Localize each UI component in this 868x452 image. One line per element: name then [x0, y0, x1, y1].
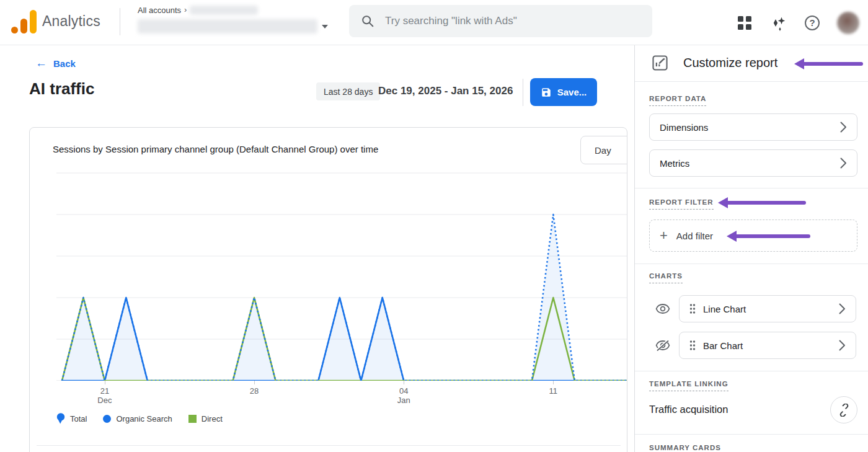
granularity-dropdown[interactable]: Day: [580, 136, 627, 164]
back-arrow-icon: ←: [35, 56, 47, 70]
organic-search-marker-icon: [103, 415, 111, 423]
panel-title: Customize report: [683, 56, 777, 70]
card-section-divider: [37, 445, 621, 446]
section-label-report-data[interactable]: REPORT DATA: [649, 95, 706, 106]
x-tick-label: 28: [236, 386, 273, 396]
chevron-right-icon: [839, 340, 846, 351]
x-tick-label: 21Dec: [86, 386, 123, 405]
plus-icon: +: [660, 229, 668, 242]
section-label-charts[interactable]: CHARTS: [649, 272, 683, 283]
metrics-label: Metrics: [660, 158, 689, 169]
dimensions-row[interactable]: Dimensions: [649, 113, 857, 141]
header-divider: [120, 8, 120, 35]
x-axis: 21Dec2804Jan11: [56, 381, 627, 409]
linked-template-name: Traffic acquisition: [649, 404, 728, 415]
legend-label: Organic Search: [116, 414, 172, 423]
google-apps-grid-icon[interactable]: [738, 16, 751, 30]
unlink-template-button[interactable]: [830, 396, 857, 423]
line-chart-visibility-toggle[interactable]: [655, 303, 670, 314]
legend-item-organic-search[interactable]: Organic Search: [103, 414, 172, 423]
global-search[interactable]: [349, 5, 652, 37]
guide-arrow-report-filter: [718, 197, 806, 208]
bar-chart-visibility-toggle[interactable]: [655, 340, 670, 351]
drag-handle-icon[interactable]: [689, 304, 696, 314]
redacted-property-name: [138, 19, 317, 33]
guide-arrow-add-filter: [727, 231, 810, 242]
redacted-account-name: [190, 6, 258, 15]
customize-report-panel: Customize report REPORT DATA Dimensions …: [634, 45, 868, 452]
back-label: Back: [53, 58, 76, 69]
search-icon: [361, 15, 374, 27]
panel-divider: [635, 434, 868, 435]
gemini-sparkle-icon[interactable]: [769, 14, 787, 32]
x-tick-label: 04Jan: [385, 386, 422, 405]
chevron-right-icon: [839, 303, 846, 314]
panel-divider: [635, 81, 868, 82]
drag-handle-icon[interactable]: [689, 340, 696, 350]
breadcrumb[interactable]: All accounts ›: [138, 4, 258, 16]
breadcrumb-all-accounts[interactable]: All accounts: [138, 6, 181, 15]
dimensions-label: Dimensions: [660, 122, 708, 133]
x-tick-mark: [553, 381, 554, 384]
panel-divider: [635, 371, 868, 371]
x-tick-label: 11: [534, 386, 572, 396]
chevron-right-icon: [840, 157, 847, 169]
line-chart-row[interactable]: Line Chart: [679, 295, 856, 322]
line-chart-label: Line Chart: [703, 304, 746, 314]
direct-marker-icon: [188, 415, 197, 423]
app-name: Analytics: [42, 13, 100, 30]
section-label-report-filter[interactable]: REPORT FILTER: [649, 198, 714, 210]
sessions-line-chart[interactable]: [56, 169, 627, 381]
analytics-logo-icon[interactable]: [11, 10, 37, 35]
guide-arrow-customize-report: [794, 58, 863, 69]
breadcrumb-chevron-icon: ›: [184, 5, 187, 14]
search-input[interactable]: [385, 15, 640, 27]
legend-item-direct[interactable]: Direct: [188, 414, 223, 423]
legend-item-total[interactable]: Total: [56, 413, 87, 424]
toolbar-divider: [523, 79, 523, 106]
avatar[interactable]: [837, 12, 859, 34]
metrics-row[interactable]: Metrics: [649, 149, 857, 177]
legend-label: Total: [70, 414, 87, 423]
x-tick-mark: [105, 381, 105, 384]
top-header: Analytics All accounts › ?: [0, 0, 868, 45]
panel-divider: [635, 264, 868, 264]
page-title: AI traffic: [29, 79, 94, 99]
panel-divider: [635, 188, 868, 188]
x-tick-mark: [404, 381, 404, 384]
eye-off-icon: [655, 340, 670, 351]
customize-report-icon: [652, 55, 668, 71]
line-chart-card: Sessions by Session primary channel grou…: [29, 127, 627, 452]
save-button[interactable]: Save...: [530, 78, 597, 106]
property-selector-caret-icon[interactable]: [322, 25, 328, 29]
total-pin-icon: [56, 413, 65, 424]
chart-title: Sessions by Session primary channel grou…: [53, 144, 378, 154]
section-label-summary-cards[interactable]: SUMMARY CARDS: [649, 444, 721, 452]
link-off-icon: [838, 404, 851, 417]
eye-icon: [655, 303, 670, 314]
legend-label: Direct: [202, 414, 223, 423]
bar-chart-label: Bar Chart: [703, 340, 743, 351]
chevron-right-icon: [840, 122, 847, 133]
back-button[interactable]: ← Back: [35, 56, 76, 70]
section-label-template-linking[interactable]: TEMPLATE LINKING: [649, 380, 728, 391]
chart-legend: Total Organic Search Direct: [56, 413, 223, 424]
save-floppy-icon: [541, 87, 552, 98]
date-range-preset-badge[interactable]: Last 28 days: [316, 82, 380, 100]
date-range-value[interactable]: Dec 19, 2025 - Jan 15, 2026: [378, 85, 513, 97]
save-label: Save...: [557, 87, 587, 97]
x-tick-mark: [254, 381, 255, 384]
help-icon[interactable]: ?: [805, 16, 820, 30]
add-filter-label: Add filter: [676, 231, 713, 241]
bar-chart-row[interactable]: Bar Chart: [679, 332, 856, 359]
